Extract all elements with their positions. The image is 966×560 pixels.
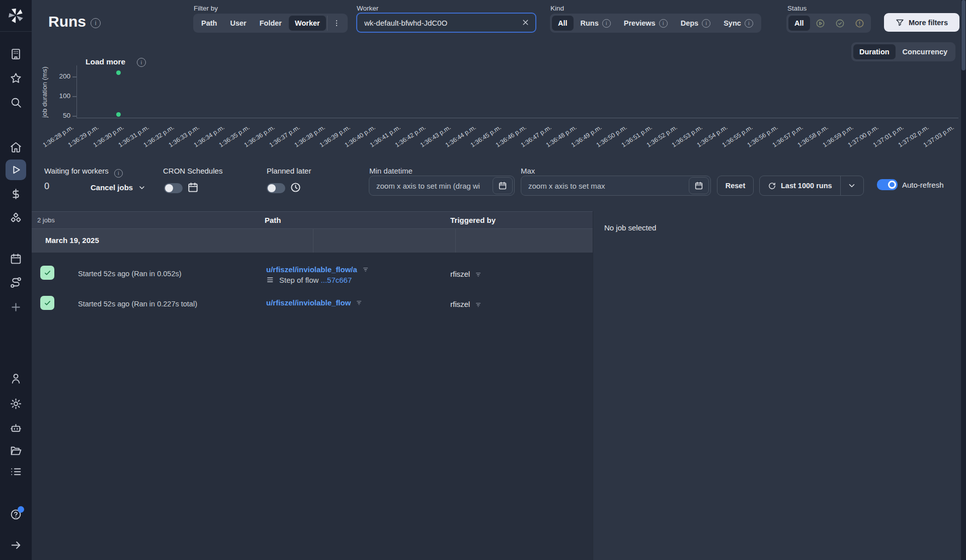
auto-refresh-toggle[interactable] (877, 179, 898, 190)
cron-calendar-icon[interactable] (187, 182, 199, 193)
audit-list-icon[interactable] (10, 465, 22, 478)
home-icon[interactable] (10, 141, 22, 153)
reset-button[interactable]: Reset (717, 176, 754, 196)
workspace-building-icon[interactable] (10, 48, 22, 60)
run-data-point[interactable] (116, 112, 121, 117)
job-path-link[interactable]: u/rfiszel/inviolable_flow (266, 298, 351, 307)
more-filters-button[interactable]: More filters (884, 13, 959, 32)
job-path-link[interactable]: u/rfiszel/inviolable_flow/a (266, 265, 357, 274)
cancel-jobs-label: Cancel jobs (91, 183, 133, 192)
jobs-table: 2 jobs Path Triggered by March 19, 2025 … (32, 211, 593, 560)
x-axis-label: 1:36:57 p.m. (771, 124, 804, 149)
x-axis-label: 1:36:33 p.m. (168, 124, 201, 149)
x-axis-label: 1:36:49 p.m. (570, 124, 603, 149)
worker-input[interactable] (356, 13, 536, 33)
filter-by-path-icon[interactable] (362, 266, 370, 274)
kind-runs[interactable]: Runs (575, 16, 617, 31)
help-icon[interactable] (10, 508, 22, 521)
filter-by-path-icon[interactable] (356, 299, 363, 307)
min-datetime-calendar-icon[interactable] (493, 177, 513, 194)
waiting-for-workers-label: Waiting for workers (44, 167, 123, 178)
x-axis-label: 1:36:32 p.m. (142, 124, 176, 149)
cron-schedules-label: CRON Schedules (163, 167, 222, 175)
info-icon[interactable] (602, 19, 611, 28)
x-axis-label: 1:36:46 p.m. (495, 124, 528, 149)
kind-sync[interactable]: Sync (717, 16, 759, 31)
clock-icon[interactable] (290, 182, 301, 193)
filter-by-folder[interactable]: Folder (254, 16, 288, 31)
waiting-count: 0 (44, 181, 49, 192)
job-sub-prefix: Step of flow (279, 276, 318, 284)
x-axis-label: 1:37:01 p.m. (872, 124, 905, 149)
info-icon[interactable] (745, 19, 753, 28)
x-axis-label: 1:36:34 p.m. (193, 124, 226, 149)
filter-by-more-dots-icon[interactable] (327, 16, 346, 31)
filter-by-path[interactable]: Path (195, 16, 223, 31)
kind-label: Kind (550, 5, 564, 12)
flow-run-id-link[interactable]: ...57c667 (321, 276, 352, 284)
filter-by-user-icon[interactable] (475, 271, 482, 279)
info-icon[interactable] (702, 19, 710, 28)
schedules-calendar-icon[interactable] (10, 253, 22, 265)
view-toggle-concurrency[interactable]: Concurrency (897, 44, 953, 59)
planned-later-toggle[interactable] (267, 183, 285, 193)
view-toggle-duration[interactable]: Duration (853, 44, 896, 59)
flows-route-icon[interactable] (10, 276, 22, 289)
max-datetime-calendar-icon[interactable] (689, 177, 709, 194)
filter-by-user[interactable]: User (224, 16, 252, 31)
x-axis-label: 1:36:58 p.m. (796, 124, 830, 149)
run-data-point[interactable] (116, 70, 121, 75)
status-all[interactable]: All (788, 16, 810, 31)
x-axis-label: 1:36:29 p.m. (67, 124, 100, 149)
status-success-check-circle-icon[interactable] (831, 16, 849, 31)
x-axis-label: 1:36:38 p.m. (293, 124, 327, 149)
cancel-jobs-button[interactable]: Cancel jobs (91, 183, 146, 192)
workers-bot-icon[interactable] (10, 422, 22, 434)
windmill-logo-icon[interactable] (7, 6, 25, 24)
search-icon[interactable] (10, 96, 22, 109)
column-header-triggered-by: Triggered by (450, 216, 496, 224)
page-scrollbar[interactable] (961, 0, 966, 560)
y-axis-tick-mark (72, 76, 76, 77)
status-running-play-circle-icon[interactable] (811, 16, 830, 31)
billing-dollar-icon[interactable] (10, 188, 22, 200)
x-axis-label: 1:36:56 p.m. (746, 124, 779, 149)
scrollbar-thumb[interactable] (961, 0, 965, 70)
filter-by-group: Path User Folder Worker (193, 14, 348, 33)
filter-by-user-icon[interactable] (475, 301, 482, 309)
x-axis-label: 1:36:45 p.m. (469, 124, 503, 149)
runs-chart-plot-area[interactable] (76, 65, 958, 118)
last-runs-label: Last 1000 runs (781, 182, 832, 190)
cron-schedules-toggle[interactable] (164, 183, 183, 193)
last-runs-refresh-button[interactable]: Last 1000 runs (760, 176, 840, 195)
sidebar-item-runs-selected[interactable] (6, 159, 26, 180)
folder-open-icon[interactable] (10, 444, 22, 457)
favorites-star-icon[interactable] (10, 72, 22, 85)
column-header-path: Path (265, 216, 281, 224)
add-plus-icon[interactable] (10, 301, 22, 313)
expand-arrow-right-icon[interactable] (10, 539, 22, 551)
x-axis-label: 1:36:51 p.m. (620, 124, 654, 149)
no-job-selected-text: No job selected (604, 223, 656, 232)
kind-deps[interactable]: Deps (675, 16, 716, 31)
max-datetime-input[interactable] (521, 176, 711, 196)
status-failure-alert-circle-icon[interactable] (850, 16, 869, 31)
kind-previews-label: Previews (624, 19, 656, 27)
job-started-text: Started 52s ago (Ran in 0.052s) (78, 270, 182, 278)
filter-by-worker[interactable]: Worker (289, 16, 326, 31)
kind-previews[interactable]: Previews (618, 16, 674, 31)
worker-clear-x-icon[interactable] (521, 18, 530, 27)
runs-info-icon[interactable] (91, 18, 101, 28)
user-icon[interactable] (10, 372, 22, 385)
info-icon[interactable] (114, 169, 123, 178)
kind-all[interactable]: All (552, 16, 574, 31)
column-divider (313, 229, 313, 253)
x-axis-label: 1:37:00 p.m. (847, 124, 880, 149)
notification-dot (18, 506, 24, 513)
last-runs-split-button: Last 1000 runs (759, 176, 864, 196)
job-detail-panel: No job selected (593, 211, 961, 560)
info-icon[interactable] (659, 19, 668, 28)
settings-gear-icon[interactable] (10, 397, 22, 410)
last-runs-dropdown-chevron[interactable] (840, 176, 863, 195)
resources-boxes-icon[interactable] (10, 212, 22, 225)
